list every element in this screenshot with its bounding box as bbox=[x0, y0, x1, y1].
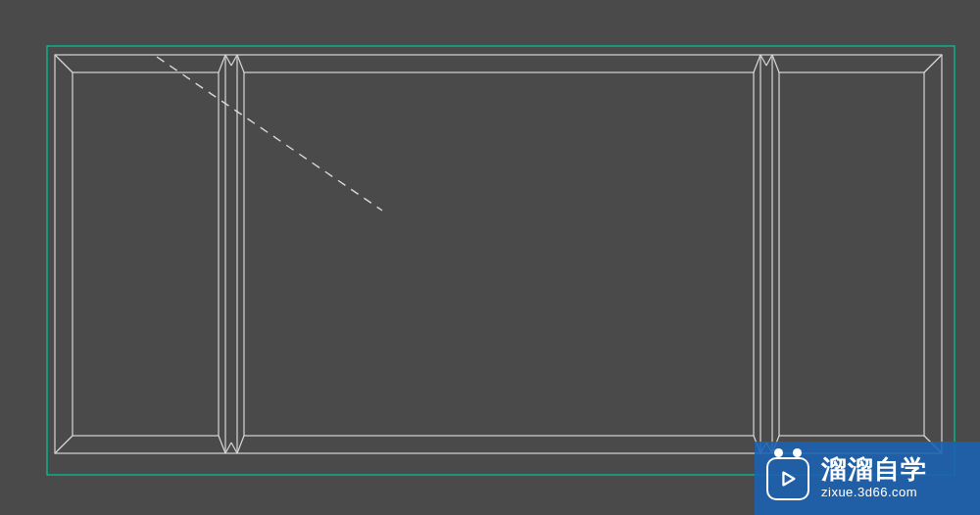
miter-m1-bl bbox=[219, 436, 225, 453]
play-icon bbox=[777, 468, 799, 490]
miter-m1-bv bbox=[225, 443, 231, 453]
panel-left-inner bbox=[73, 72, 219, 436]
watermark-url: zixue.3d66.com bbox=[821, 485, 927, 501]
watermark-logo-icon bbox=[766, 457, 809, 500]
frame-outer bbox=[55, 55, 942, 453]
miter-tr bbox=[924, 55, 942, 72]
miter-m2-tr bbox=[772, 55, 779, 72]
miter-tl bbox=[55, 55, 73, 72]
miter-m1-bv2 bbox=[231, 443, 237, 453]
miter-m1-br bbox=[237, 436, 244, 453]
selection-rect bbox=[47, 46, 955, 475]
miter-m2-tv bbox=[760, 55, 766, 66]
drawing-canvas[interactable] bbox=[0, 0, 980, 515]
watermark: 溜溜自学 zixue.3d66.com bbox=[755, 442, 980, 515]
miter-m1-tv2 bbox=[231, 55, 237, 66]
watermark-title: 溜溜自学 bbox=[821, 455, 927, 484]
panel-right-inner bbox=[779, 72, 924, 436]
miter-m1-tv bbox=[225, 55, 231, 66]
panel-center-inner bbox=[244, 72, 754, 436]
cad-viewport[interactable]: 溜溜自学 zixue.3d66.com bbox=[0, 0, 980, 515]
miter-m1-tl bbox=[219, 55, 225, 72]
miter-m1-tr bbox=[237, 55, 244, 72]
hidden-line bbox=[157, 57, 382, 211]
miter-m2-tv2 bbox=[766, 55, 772, 66]
miter-m2-tl bbox=[754, 55, 760, 72]
miter-bl bbox=[55, 436, 73, 453]
